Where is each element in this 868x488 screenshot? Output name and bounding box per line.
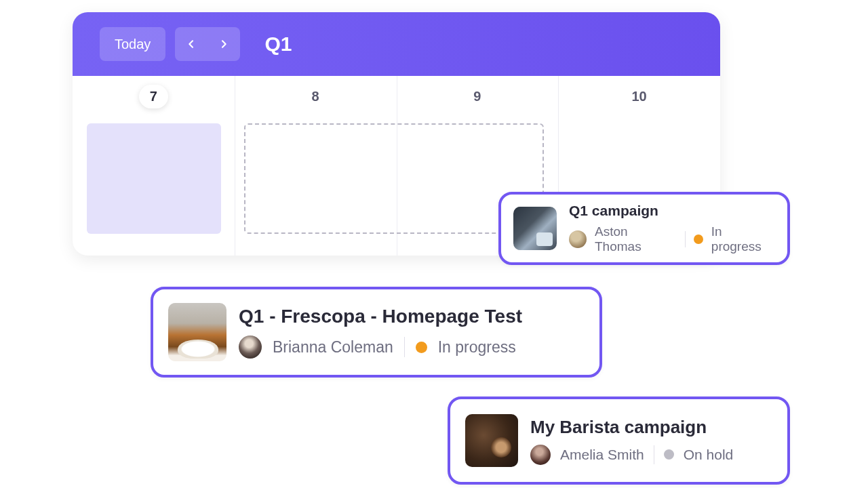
campaign-card[interactable]: Q1 - Frescopa - Homepage Test Brianna Co… bbox=[151, 287, 602, 378]
campaign-thumbnail bbox=[168, 303, 226, 361]
campaign-card[interactable]: Q1 campaign Aston Thomas In progress bbox=[498, 192, 790, 265]
day-column[interactable]: 7 bbox=[73, 85, 235, 108]
campaign-thumbnail bbox=[513, 207, 557, 250]
owner-name: Aston Thomas bbox=[595, 224, 677, 254]
status-dot-icon bbox=[664, 449, 674, 460]
day-label: 8 bbox=[312, 89, 319, 104]
owner-avatar bbox=[239, 336, 262, 359]
campaign-title: My Barista campaign bbox=[530, 417, 733, 438]
period-nav bbox=[175, 27, 240, 61]
day-label: 9 bbox=[473, 89, 481, 104]
status-dot-icon bbox=[416, 342, 427, 353]
status-dot-icon bbox=[694, 235, 703, 244]
next-period-button[interactable] bbox=[208, 27, 240, 61]
owner-avatar bbox=[530, 445, 551, 465]
campaign-card-body: Q1 - Frescopa - Homepage Test Brianna Co… bbox=[239, 306, 522, 359]
campaign-title: Q1 campaign bbox=[569, 203, 775, 219]
owner-avatar bbox=[569, 230, 587, 248]
campaign-card[interactable]: My Barista campaign Amelia Smith On hold bbox=[448, 396, 790, 485]
calendar-event-block[interactable] bbox=[87, 123, 221, 234]
calendar-header: Today Q1 bbox=[73, 12, 720, 76]
campaign-meta: Aston Thomas In progress bbox=[569, 224, 775, 254]
campaign-card-body: Q1 campaign Aston Thomas In progress bbox=[569, 203, 775, 254]
status-label: In progress bbox=[711, 224, 775, 254]
meta-divider bbox=[654, 445, 654, 464]
campaign-title: Q1 - Frescopa - Homepage Test bbox=[239, 306, 522, 327]
meta-divider bbox=[685, 231, 686, 247]
meta-divider bbox=[404, 337, 405, 357]
day-column[interactable]: 8 bbox=[235, 89, 397, 104]
chevron-right-icon bbox=[218, 39, 229, 49]
status-label: On hold bbox=[684, 447, 734, 463]
day-label: 10 bbox=[632, 89, 647, 104]
day-label: 7 bbox=[139, 85, 168, 108]
status-label: In progress bbox=[438, 338, 516, 357]
owner-name: Amelia Smith bbox=[560, 447, 644, 463]
campaign-card-body: My Barista campaign Amelia Smith On hold bbox=[530, 417, 733, 465]
column-divider bbox=[235, 76, 235, 256]
day-column[interactable]: 9 bbox=[397, 89, 559, 104]
prev-period-button[interactable] bbox=[175, 27, 208, 61]
today-button[interactable]: Today bbox=[100, 27, 165, 61]
campaign-thumbnail bbox=[465, 414, 518, 467]
chevron-left-icon bbox=[186, 39, 197, 49]
day-column[interactable]: 10 bbox=[558, 89, 720, 104]
owner-name: Brianna Coleman bbox=[273, 338, 393, 357]
campaign-meta: Amelia Smith On hold bbox=[530, 445, 733, 465]
campaign-meta: Brianna Coleman In progress bbox=[239, 336, 522, 359]
period-title: Q1 bbox=[264, 33, 292, 56]
